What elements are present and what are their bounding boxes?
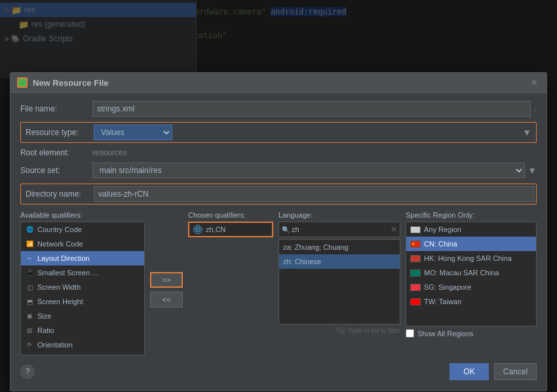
language-search-input[interactable] <box>292 225 391 233</box>
directory-name-label: Directory name: <box>23 189 94 199</box>
chosen-item-zh-cn[interactable]: zh,CN <box>188 222 273 237</box>
region-mo-label: MO: Macau SAR China <box>424 269 499 277</box>
source-set-dropdown-arrow: ▼ <box>525 165 537 176</box>
language-tip: Tip: Type in list to filter <box>278 327 400 334</box>
region-cn[interactable]: ★ CN: China <box>406 237 536 251</box>
file-name-label: File name: <box>20 104 92 113</box>
region-hk[interactable]: HK: Hong Kong SAR China <box>406 251 536 265</box>
lang-item-za-label: za: Zhuang; Chuang <box>283 243 349 251</box>
smallest-screen-icon: 📱 <box>25 268 34 277</box>
available-qualifiers-list: 🌐 Country Code 📶 Network Code ↔ Layout D… <box>20 222 145 355</box>
language-col: Language: 🔍 ✕ za: Zhuang; Chuang zh: Chi… <box>278 211 400 355</box>
qualifier-screen-height[interactable]: ⬒ Screen Height <box>21 294 144 309</box>
region-any[interactable]: Any Region <box>406 222 536 237</box>
resource-type-dropdown-arrow: ▼ <box>522 127 534 138</box>
region-flag-sg <box>410 284 421 291</box>
add-qualifier-button[interactable]: >> <box>150 272 183 288</box>
dialog-title-icon: ▣ <box>17 77 28 88</box>
qualifier-screen-height-label: Screen Height <box>37 298 83 305</box>
region-flag-mo <box>410 269 421 277</box>
remove-qualifier-button[interactable]: << <box>150 292 183 307</box>
region-sg-label: SG: Singapore <box>424 283 471 291</box>
region-flag-cn: ★ <box>410 241 421 248</box>
show-all-regions-row: Show All Regions <box>406 329 537 338</box>
region-mo[interactable]: MO: Macau SAR China <box>406 265 536 280</box>
country-code-icon: 🌐 <box>25 225 34 234</box>
file-name-row: File name: ↕ <box>20 101 537 117</box>
region-tw[interactable]: TW: Taiwan <box>406 294 536 309</box>
language-list: za: Zhuang; Chuang zh: Chinese <box>278 239 400 324</box>
lang-item-zh[interactable]: zh: Chinese <box>279 254 400 269</box>
qualifier-orientation-label: Orientation <box>37 341 73 349</box>
lang-item-za[interactable]: za: Zhuang; Chuang <box>279 240 400 254</box>
region-any-label: Any Region <box>424 225 461 233</box>
resource-type-label: Resource type: <box>23 128 94 137</box>
network-code-icon: 📶 <box>25 239 34 248</box>
qualifier-ratio-label: Ratio <box>37 326 54 334</box>
show-all-regions-checkbox[interactable] <box>406 329 414 338</box>
sort-icon: ↕ <box>533 105 537 113</box>
region-flag-any <box>410 226 421 233</box>
region-tw-label: TW: Taiwan <box>424 298 461 305</box>
root-element-label: Root element: <box>20 148 92 157</box>
region-cn-label: CN: China <box>424 240 457 248</box>
source-set-wrap: main src/main/res ▼ <box>92 163 537 178</box>
ok-button[interactable]: OK <box>450 363 489 380</box>
qualifier-smallest-screen-label: Smallest Screen ... <box>37 269 98 277</box>
qualifier-network-code[interactable]: 📶 Network Code <box>21 237 144 251</box>
source-set-label: Source set: <box>20 166 92 175</box>
ratio-icon: ▤ <box>25 326 34 335</box>
orientation-icon: ⟳ <box>25 340 34 349</box>
region-flag-tw <box>410 298 421 305</box>
qualifier-country-code[interactable]: 🌐 Country Code <box>21 222 144 237</box>
region-hk-label: HK: Hong Kong SAR China <box>424 254 512 262</box>
chosen-globe-icon <box>193 225 202 234</box>
screen-width-icon: ◫ <box>25 283 34 292</box>
qualifier-screen-width-label: Screen Width <box>37 283 81 291</box>
language-search-clear[interactable]: ✕ <box>391 225 397 234</box>
region-flag-hk <box>410 255 421 262</box>
root-element-value: resources <box>92 148 127 157</box>
show-all-regions-label: Show All Regions <box>417 330 474 338</box>
available-qualifiers-label: Available qualifiers: <box>20 211 145 219</box>
region-list: Any Region ★ CN: China HK: Hong Kong <box>406 222 537 326</box>
root-element-row: Root element: resources <box>20 148 537 157</box>
region-col-title: Specific Region Only: <box>406 211 537 219</box>
qualifier-ui-mode[interactable]: ▨ UI Mode <box>21 352 144 355</box>
resource-type-select[interactable]: Values <box>94 125 172 140</box>
source-set-row: Source set: main src/main/res ▼ <box>20 163 537 178</box>
chosen-qualifiers-list: zh,CN <box>188 222 273 239</box>
dialog-title: New Resource File <box>33 78 529 88</box>
resource-type-row: Resource type: Values ▼ <box>20 122 537 143</box>
language-search-icon: 🔍 <box>282 226 290 233</box>
dialog-body: File name: ↕ Resource type: Values ▼ Roo… <box>10 93 547 391</box>
layout-direction-icon: ↔ <box>25 254 34 263</box>
arrow-col: >> << <box>150 211 183 355</box>
available-qualifiers-col: Available qualifiers: 🌐 Country Code 📶 N… <box>20 211 145 355</box>
qualifier-section: Available qualifiers: 🌐 Country Code 📶 N… <box>20 211 537 355</box>
close-button[interactable]: × <box>529 77 540 88</box>
qualifier-smallest-screen[interactable]: 📱 Smallest Screen ... <box>21 265 144 280</box>
chosen-item-zh-cn-label: zh,CN <box>206 225 226 233</box>
qualifier-size[interactable]: ▣ Size <box>21 309 144 323</box>
qualifier-screen-width[interactable]: ◫ Screen Width <box>21 280 144 294</box>
qualifier-ratio[interactable]: ▤ Ratio <box>21 323 144 338</box>
dialog-titlebar: ▣ New Resource File × <box>10 73 547 93</box>
language-search-box: 🔍 ✕ <box>278 222 400 237</box>
source-set-select[interactable]: main src/main/res <box>92 163 525 178</box>
cancel-button[interactable]: Cancel <box>494 363 537 380</box>
qualifier-network-code-label: Network Code <box>37 240 83 248</box>
region-col: Specific Region Only: Any Region ★ CN: C… <box>406 211 537 355</box>
lang-item-zh-label: zh: Chinese <box>283 258 321 265</box>
ui-mode-icon: ▨ <box>25 355 34 355</box>
file-name-input[interactable] <box>92 101 531 117</box>
dialog-bottom: ? OK Cancel <box>20 359 537 383</box>
dialog-actions: OK Cancel <box>450 363 537 380</box>
qualifier-orientation[interactable]: ⟳ Orientation <box>21 338 144 352</box>
help-button[interactable]: ? <box>20 364 35 379</box>
region-sg[interactable]: SG: Singapore <box>406 280 536 294</box>
qualifier-layout-direction[interactable]: ↔ Layout Direction <box>21 251 144 265</box>
directory-name-input[interactable] <box>94 186 534 202</box>
size-icon: ▣ <box>25 311 34 321</box>
directory-name-row: Directory name: <box>20 184 537 205</box>
